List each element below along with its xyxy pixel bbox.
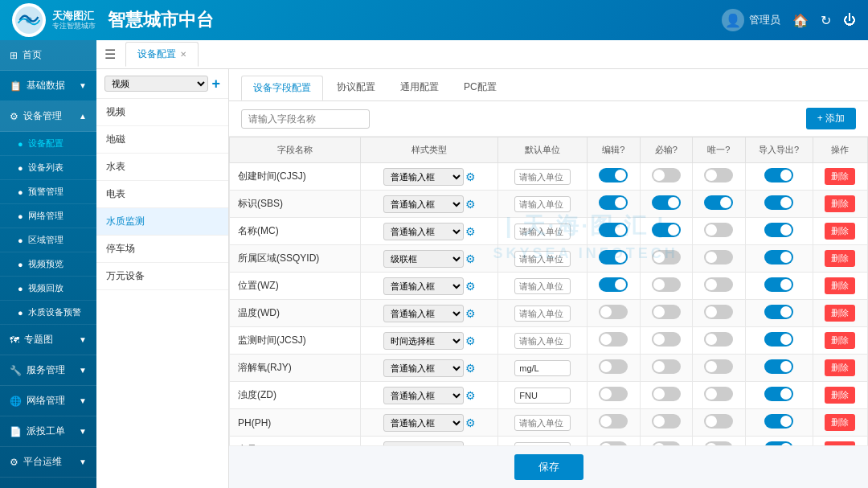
unit-input[interactable] xyxy=(514,169,571,185)
unit-input[interactable] xyxy=(514,306,571,322)
required-toggle[interactable] xyxy=(652,195,681,210)
unique-toggle-cell[interactable] xyxy=(693,409,745,437)
import-export-toggle-cell[interactable] xyxy=(745,355,813,382)
unique-toggle-cell[interactable] xyxy=(693,327,745,355)
style-select[interactable]: 普通输入框 xyxy=(383,414,464,432)
action-cell[interactable]: 删除 xyxy=(813,437,867,446)
sub-tab-pc[interactable]: PC配置 xyxy=(452,76,508,100)
required-toggle[interactable] xyxy=(652,414,681,429)
gear-icon[interactable]: ⚙ xyxy=(465,362,476,375)
action-cell[interactable]: 删除 xyxy=(813,327,867,355)
required-toggle[interactable] xyxy=(652,332,681,347)
edit-toggle[interactable] xyxy=(599,250,628,265)
sub-tab-field[interactable]: 设备字段配置 xyxy=(241,76,323,100)
required-toggle-cell[interactable] xyxy=(640,300,692,327)
unique-toggle[interactable] xyxy=(704,195,733,210)
sidebar-item-device-mgmt[interactable]: ⚙ 设备管理 ▲ xyxy=(0,101,96,132)
action-cell[interactable]: 删除 xyxy=(813,355,867,382)
unit-input[interactable] xyxy=(514,223,571,240)
style-type-cell[interactable]: 普通输入框⚙ xyxy=(361,273,498,300)
unit-input[interactable] xyxy=(514,388,571,404)
import-export-toggle[interactable] xyxy=(764,250,793,265)
delete-button[interactable]: 删除 xyxy=(825,250,855,267)
unique-toggle[interactable] xyxy=(704,223,733,237)
edit-toggle-cell[interactable] xyxy=(588,273,640,300)
required-toggle-cell[interactable] xyxy=(640,327,692,355)
delete-button[interactable]: 删除 xyxy=(825,414,855,431)
unit-cell[interactable] xyxy=(498,245,588,273)
search-input[interactable] xyxy=(241,109,370,129)
style-select[interactable]: 时间选择框 xyxy=(383,332,464,350)
unique-toggle-cell[interactable] xyxy=(693,300,745,327)
style-select[interactable]: 普通输入框 xyxy=(383,305,464,322)
style-select[interactable]: 普通输入框 xyxy=(383,387,464,404)
gear-icon[interactable]: ⚙ xyxy=(465,198,476,211)
unique-toggle-cell[interactable] xyxy=(693,382,745,409)
action-cell[interactable]: 删除 xyxy=(813,218,867,245)
tree-item-wanyuan[interactable]: 万元设备 xyxy=(96,263,228,290)
required-toggle-cell[interactable] xyxy=(640,409,692,437)
unique-toggle[interactable] xyxy=(704,387,733,401)
unique-toggle-cell[interactable] xyxy=(693,191,745,218)
import-export-toggle-cell[interactable] xyxy=(745,218,813,245)
unit-cell[interactable] xyxy=(498,163,588,191)
delete-button[interactable]: 删除 xyxy=(825,305,855,322)
unit-cell[interactable] xyxy=(498,191,588,218)
unit-cell[interactable] xyxy=(498,437,588,446)
edit-toggle-cell[interactable] xyxy=(588,355,640,382)
tree-item-dieci[interactable]: 地磁 xyxy=(96,126,228,154)
unit-cell[interactable] xyxy=(498,300,588,327)
unit-input[interactable] xyxy=(514,251,571,267)
home-icon[interactable]: 🏠 xyxy=(792,13,809,28)
gear-icon[interactable]: ⚙ xyxy=(465,389,476,402)
action-cell[interactable]: 删除 xyxy=(813,382,867,409)
import-export-toggle[interactable] xyxy=(764,223,793,237)
tab-close-icon[interactable]: ✕ xyxy=(180,50,186,59)
style-type-cell[interactable]: 时间选择框⚙ xyxy=(361,327,498,355)
import-export-toggle-cell[interactable] xyxy=(745,382,813,409)
required-toggle[interactable] xyxy=(652,168,681,182)
action-cell[interactable]: 删除 xyxy=(813,273,867,300)
delete-button[interactable]: 删除 xyxy=(825,223,855,240)
import-export-toggle-cell[interactable] xyxy=(745,300,813,327)
delete-button[interactable]: 删除 xyxy=(825,195,855,212)
import-export-toggle[interactable] xyxy=(764,305,793,319)
unique-toggle[interactable] xyxy=(704,359,733,374)
tree-item-shuibiao[interactable]: 水表 xyxy=(96,154,228,181)
import-export-toggle-cell[interactable] xyxy=(745,409,813,437)
edit-toggle-cell[interactable] xyxy=(588,409,640,437)
sidebar-item-alarm[interactable]: ● 预警管理 xyxy=(0,180,96,204)
sidebar-item-video-replay[interactable]: ● 视频回放 xyxy=(0,277,96,301)
tree-item-tingche[interactable]: 停车场 xyxy=(96,236,228,263)
style-type-cell[interactable]: 级联框⚙ xyxy=(361,245,498,273)
style-select[interactable]: 级联框 xyxy=(383,250,464,268)
device-type-select[interactable]: 视频 xyxy=(104,76,208,92)
required-toggle[interactable] xyxy=(652,250,681,265)
unit-input[interactable] xyxy=(514,278,571,294)
delete-button[interactable]: 删除 xyxy=(825,277,855,294)
required-toggle[interactable] xyxy=(652,223,681,237)
import-export-toggle[interactable] xyxy=(764,195,793,210)
import-export-toggle[interactable] xyxy=(764,168,793,182)
edit-toggle-cell[interactable] xyxy=(588,163,640,191)
sub-tab-protocol[interactable]: 协议配置 xyxy=(326,76,387,100)
required-toggle[interactable] xyxy=(652,359,681,374)
action-cell[interactable]: 删除 xyxy=(813,300,867,327)
style-type-cell[interactable]: 普通输入框⚙ xyxy=(361,409,498,437)
edit-toggle[interactable] xyxy=(599,168,628,182)
edit-toggle-cell[interactable] xyxy=(588,382,640,409)
edit-toggle-cell[interactable] xyxy=(588,191,640,218)
import-export-toggle-cell[interactable] xyxy=(745,327,813,355)
edit-toggle[interactable] xyxy=(599,332,628,347)
tree-item-shuizhi[interactable]: 水质监测 xyxy=(96,208,228,236)
delete-button[interactable]: 删除 xyxy=(825,359,855,376)
gear-icon[interactable]: ⚙ xyxy=(465,280,476,293)
edit-toggle-cell[interactable] xyxy=(588,218,640,245)
edit-toggle[interactable] xyxy=(599,387,628,401)
import-export-toggle-cell[interactable] xyxy=(745,245,813,273)
unique-toggle-cell[interactable] xyxy=(693,273,745,300)
sidebar-item-water-alarm[interactable]: ● 水质设备预警 xyxy=(0,301,96,325)
import-export-toggle-cell[interactable] xyxy=(745,163,813,191)
unique-toggle[interactable] xyxy=(704,277,733,292)
edit-toggle[interactable] xyxy=(599,359,628,374)
